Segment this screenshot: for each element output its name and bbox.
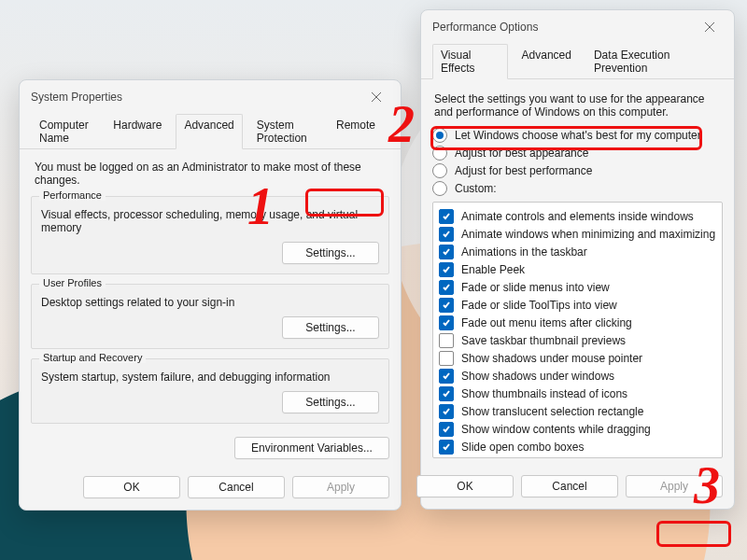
effect-option[interactable]: Fade or slide menus into view — [439, 280, 716, 295]
group-desc: Desktop settings related to your sign-in — [41, 296, 379, 309]
titlebar[interactable]: System Properties — [20, 80, 401, 114]
effect-label: Show shadows under windows — [461, 370, 614, 383]
apply-button[interactable]: Apply — [626, 475, 723, 497]
dialog-footer: OK Cancel Apply — [421, 468, 734, 509]
legend: User Profiles — [39, 277, 106, 288]
effect-label: Enable Peek — [461, 263, 525, 276]
checkbox-checked-icon — [439, 209, 454, 224]
effect-option[interactable]: Save taskbar thumbnail previews — [439, 333, 716, 348]
sysprops-tabs: Computer Name Hardware Advanced System P… — [20, 114, 401, 149]
checkbox-checked-icon — [439, 227, 454, 242]
effect-option[interactable]: Enable Peek — [439, 262, 716, 277]
environment-variables-button[interactable]: Environment Variables... — [234, 437, 389, 459]
radio-icon — [432, 163, 447, 178]
checkbox-checked-icon — [439, 457, 454, 458]
effect-label: Slide open combo boxes — [461, 441, 584, 454]
tab-visual-effects[interactable]: Visual Effects — [432, 44, 508, 79]
effect-label: Animate windows when minimizing and maxi… — [461, 228, 715, 241]
checkbox-unchecked-icon — [439, 351, 454, 366]
effect-label: Fade or slide ToolTips into view — [461, 299, 617, 312]
effect-label: Animate controls and elements inside win… — [461, 210, 694, 223]
tab-dep[interactable]: Data Execution Prevention — [585, 44, 717, 78]
dialog-title: Performance Options — [432, 21, 538, 34]
cancel-button[interactable]: Cancel — [521, 475, 618, 497]
checkbox-checked-icon — [439, 315, 454, 330]
radio-label: Adjust for best performance — [455, 164, 592, 177]
effect-label: Show translucent selection rectangle — [461, 405, 643, 418]
effect-option[interactable]: Show window contents while dragging — [439, 422, 716, 437]
admin-note: You must be logged on as an Administrato… — [35, 161, 386, 187]
radio-best-appearance[interactable]: Adjust for best appearance — [432, 146, 723, 161]
tab-advanced[interactable]: Advanced — [514, 44, 580, 78]
checkbox-checked-icon — [439, 404, 454, 419]
checkbox-checked-icon — [439, 298, 454, 313]
checkbox-checked-icon — [439, 369, 454, 384]
radio-icon — [432, 181, 447, 196]
effect-label: Show window contents while dragging — [461, 423, 651, 436]
effect-label: Save taskbar thumbnail previews — [461, 334, 626, 347]
effect-label: Fade or slide menus into view — [461, 281, 610, 294]
tab-system-protection[interactable]: System Protection — [248, 114, 322, 148]
effect-option[interactable]: Fade out menu items after clicking — [439, 315, 716, 330]
system-properties-dialog: System Properties Computer Name Hardware… — [19, 79, 402, 511]
apply-button[interactable]: Apply — [292, 476, 389, 498]
radio-icon — [432, 128, 447, 143]
checkbox-checked-icon — [439, 262, 454, 277]
radio-best-performance[interactable]: Adjust for best performance — [432, 163, 723, 178]
radio-label: Let Windows choose what's best for my co… — [455, 129, 701, 142]
radio-label: Adjust for best appearance — [455, 147, 588, 160]
tab-advanced[interactable]: Advanced — [176, 114, 242, 149]
group-desc: System startup, system failure, and debu… — [41, 371, 379, 384]
radio-label: Custom: — [455, 182, 497, 195]
checkbox-unchecked-icon — [439, 333, 454, 348]
radio-let-windows-choose[interactable]: Let Windows choose what's best for my co… — [432, 128, 723, 143]
legend: Startup and Recovery — [39, 352, 146, 363]
radio-icon — [432, 146, 447, 161]
effect-option[interactable]: Show shadows under mouse pointer — [439, 351, 716, 366]
ok-button[interactable]: OK — [416, 475, 514, 497]
checkbox-checked-icon — [439, 440, 454, 455]
effect-option[interactable]: Show thumbnails instead of icons — [439, 386, 716, 401]
group-user-profiles: User Profiles Desktop settings related t… — [31, 284, 389, 349]
cancel-button[interactable]: Cancel — [188, 476, 285, 498]
effect-label: Show shadows under mouse pointer — [461, 352, 642, 365]
legend: Performance — [39, 189, 106, 201]
dialog-footer: OK Cancel Apply — [20, 469, 401, 510]
effect-label: Fade out menu items after clicking — [461, 316, 632, 329]
user-profiles-settings-button[interactable]: Settings... — [282, 316, 379, 339]
tab-computer-name[interactable]: Computer Name — [31, 114, 99, 148]
effect-option[interactable]: Animate controls and elements inside win… — [439, 209, 716, 224]
effect-option[interactable]: Slide open combo boxes — [439, 440, 716, 455]
checkbox-checked-icon — [439, 280, 454, 295]
dialog-title: System Properties — [31, 91, 122, 104]
perfopts-tabs: Visual Effects Advanced Data Execution P… — [421, 44, 734, 79]
group-performance: Performance Visual effects, processor sc… — [31, 196, 389, 274]
visual-effects-list[interactable]: Animate controls and elements inside win… — [432, 202, 723, 458]
close-icon[interactable] — [361, 86, 391, 108]
group-desc: Visual effects, processor scheduling, me… — [41, 208, 379, 234]
effect-option[interactable]: Show shadows under windows — [439, 369, 716, 384]
ok-button[interactable]: OK — [83, 476, 180, 498]
effect-option[interactable]: Show translucent selection rectangle — [439, 404, 716, 419]
checkbox-checked-icon — [439, 245, 454, 259]
effect-option[interactable]: Animations in the taskbar — [439, 245, 716, 259]
radio-custom[interactable]: Custom: — [432, 181, 723, 196]
checkbox-checked-icon — [439, 386, 454, 401]
tab-remote[interactable]: Remote — [328, 114, 384, 148]
close-icon[interactable] — [695, 16, 725, 38]
effect-option[interactable]: Smooth edges of screen fonts — [439, 457, 716, 458]
effect-label: Show thumbnails instead of icons — [461, 387, 627, 400]
tab-hardware[interactable]: Hardware — [105, 114, 170, 148]
startup-recovery-settings-button[interactable]: Settings... — [282, 391, 379, 413]
group-startup-recovery: Startup and Recovery System startup, sys… — [31, 358, 389, 424]
intro-text: Select the settings you want to use for … — [434, 92, 721, 119]
performance-settings-button[interactable]: Settings... — [282, 242, 379, 264]
effect-option[interactable]: Fade or slide ToolTips into view — [439, 298, 716, 313]
effect-option[interactable]: Animate windows when minimizing and maxi… — [439, 227, 716, 242]
checkbox-checked-icon — [439, 422, 454, 437]
performance-options-dialog: Performance Options Visual Effects Advan… — [420, 9, 735, 510]
titlebar[interactable]: Performance Options — [421, 10, 734, 44]
effect-label: Animations in the taskbar — [461, 245, 587, 259]
